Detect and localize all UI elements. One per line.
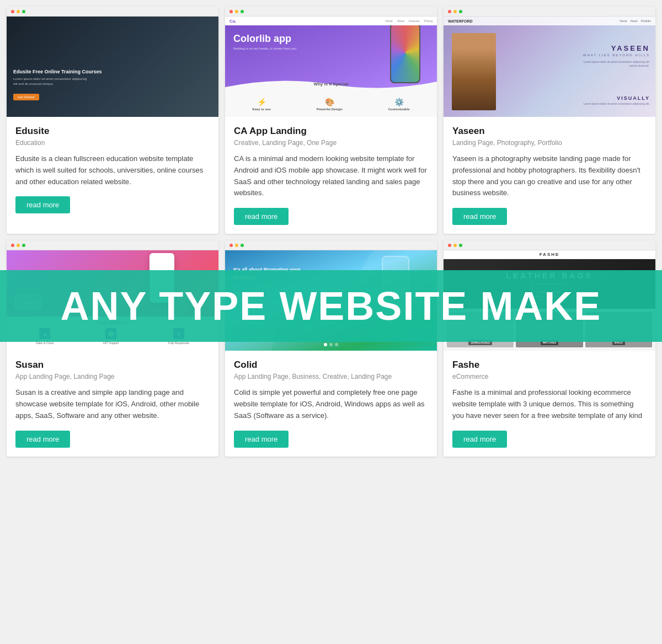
card-desc-ca: CA is a minimal and modern looking websi… — [234, 153, 428, 199]
card-title-ca: CA App Landing — [234, 126, 428, 137]
dot-green-fashe — [459, 244, 462, 247]
browser-chrome-yaseen — [444, 7, 655, 17]
card-title-colid: Colid — [234, 359, 428, 371]
dot-green-ca — [241, 10, 244, 13]
card-tags-edusite: Education — [15, 139, 210, 147]
card-tags-susan: App Landing Page, Landing Page — [15, 373, 210, 380]
card-tags-colid: App Landing Page, Business, Creative, La… — [234, 373, 428, 380]
browser-chrome-fashe — [444, 240, 655, 250]
read-more-button-edusite[interactable]: read more — [15, 196, 70, 213]
overlay-banner: ANY TYPE WEBSITE MAKE — [0, 270, 662, 342]
card-desc-yaseen: Yaseen is a photography website landing … — [452, 153, 647, 199]
card-body-colid: Colid App Landing Page, Business, Creati… — [225, 351, 437, 456]
thumb-edusite-cta: Get Started — [13, 94, 39, 100]
card-desc-fashe: Fashe is a minimal and professional look… — [452, 387, 647, 421]
card-ca-app-landing: Ca. Home About Features Pricing Colorlib… — [225, 7, 437, 234]
dot-red-fashe — [448, 244, 451, 247]
card-tags-ca: Creative, Landing Page, One Page — [234, 139, 428, 147]
thumb-inner-edusite: Edusite HOME ABOUT COURSES BLOG Edusite … — [7, 17, 218, 117]
read-more-button-susan[interactable]: read more — [15, 431, 70, 448]
card-body-edusite: Edusite Education Edusite is a clean ful… — [7, 117, 218, 222]
dot-yellow — [17, 10, 20, 13]
card-title-edusite: Edusite — [15, 126, 210, 137]
dot-green — [22, 10, 25, 13]
card-body-ca: CA App Landing Creative, Landing Page, O… — [225, 117, 437, 234]
card-title-fashe: Fashe — [452, 359, 647, 371]
dot-green-susan — [22, 244, 25, 247]
card-yaseen: WATERFORD Home About Portfolio YASEEN WH… — [444, 7, 655, 234]
thumbnail-yaseen: WATERFORD Home About Portfolio YASEEN WH… — [444, 7, 655, 117]
card-title-susan: Susan — [15, 359, 210, 371]
card-edusite: Edusite HOME ABOUT COURSES BLOG Edusite … — [7, 7, 218, 234]
browser-chrome-edusite — [7, 7, 218, 17]
dot-red-yaseen — [448, 10, 451, 13]
read-more-button-colid[interactable]: read more — [234, 431, 289, 448]
thumb-inner-yaseen: WATERFORD Home About Portfolio YASEEN WH… — [444, 17, 655, 117]
thumbnail-edusite: Edusite HOME ABOUT COURSES BLOG Edusite … — [7, 7, 218, 117]
card-tags-fashe: eCommerce — [452, 373, 647, 380]
read-more-button-fashe[interactable]: read more — [452, 431, 507, 448]
thumb-edusite-bg: Edusite HOME ABOUT COURSES BLOG Edusite … — [7, 17, 218, 117]
read-more-button-ca[interactable]: read more — [234, 208, 289, 225]
read-more-button-yaseen[interactable]: read more — [452, 208, 507, 225]
dot-green-yaseen — [459, 10, 462, 13]
dot-yellow-fashe — [453, 244, 457, 247]
dot-red — [11, 10, 14, 13]
thumb-inner-ca: Ca. Home About Features Pricing Colorlib… — [225, 17, 437, 117]
card-desc-edusite: Edusite is a clean fullscreen education … — [15, 153, 210, 187]
dot-yellow-ca — [235, 10, 238, 13]
card-title-yaseen: Yaseen — [452, 126, 647, 137]
dot-yellow-colid — [235, 244, 238, 247]
browser-chrome-susan — [7, 240, 218, 250]
browser-chrome-ca — [225, 7, 437, 17]
dot-red-susan — [11, 244, 14, 247]
card-body-fashe: Fashe eCommerce Fashe is a minimal and p… — [444, 351, 655, 456]
dot-red-colid — [229, 244, 233, 247]
card-desc-susan: Susan is a creative and simple app landi… — [15, 387, 210, 421]
card-body-susan: Susan App Landing Page, Landing Page Sus… — [7, 351, 218, 456]
dot-green-colid — [241, 244, 244, 247]
browser-chrome-colid — [225, 240, 437, 250]
dot-red-ca — [229, 10, 233, 13]
dot-yellow-susan — [17, 244, 20, 247]
card-tags-yaseen: Landing Page, Photography, Portfolio — [452, 139, 647, 147]
thumbnail-ca: Ca. Home About Features Pricing Colorlib… — [225, 7, 437, 117]
card-body-yaseen: Yaseen Landing Page, Photography, Portfo… — [444, 117, 655, 234]
card-desc-colid: Colid is simple yet powerful and complet… — [234, 387, 428, 421]
overlay-banner-text: ANY TYPE WEBSITE MAKE — [61, 286, 602, 326]
dot-yellow-yaseen — [453, 10, 457, 13]
